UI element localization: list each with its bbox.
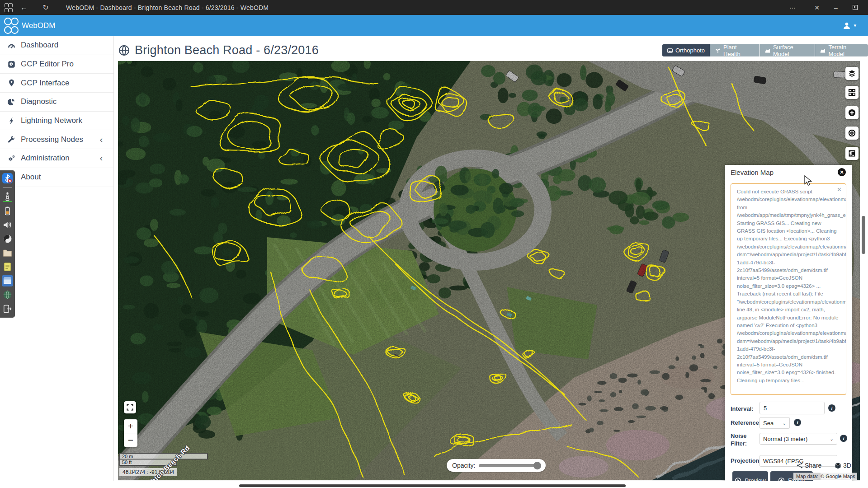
sidebar-item-label: About [21, 173, 41, 182]
reference-label: Reference: [731, 419, 758, 427]
zoom-in-button[interactable]: + [124, 419, 137, 433]
zoom-out-button[interactable]: − [124, 433, 137, 447]
ruler-icon [848, 150, 856, 157]
reference-select[interactable]: Sea⌄ [760, 417, 790, 429]
view-button-label: Surface Model [773, 44, 810, 57]
interval-input[interactable] [760, 402, 825, 414]
noise-filter-label: Noise Filter: [731, 432, 758, 447]
fullscreen-icon [126, 404, 134, 411]
sidebar-item-about[interactable]: About [0, 168, 113, 187]
contours-visibility-button[interactable] [845, 127, 859, 140]
view-button-orthophoto[interactable]: Orthophoto [662, 44, 710, 56]
os-dock [0, 170, 15, 318]
page-title: Brighton Beach Road - 6/23/2016 [135, 43, 319, 57]
sidebar-item-gcp-interface[interactable]: GCP Interface [0, 74, 113, 93]
grass-error-alert: ✕ Could not execute GRASS script /webodm… [731, 183, 846, 395]
interval-info-icon[interactable]: i [828, 404, 835, 412]
alert-dismiss-icon[interactable]: ✕ [837, 186, 842, 193]
battery-icon[interactable] [2, 205, 13, 216]
yin-yang-icon[interactable] [2, 233, 13, 244]
sidebar-item-label: Dashboard [21, 41, 58, 50]
add-overlay-button[interactable] [845, 106, 859, 119]
view-button-label: Terrain Model [828, 44, 863, 57]
brand-name: WebODM [22, 21, 55, 30]
mouse-cursor [804, 175, 814, 189]
minimize-icon[interactable]: – [826, 4, 845, 11]
sidebar-item-gcp-editor-pro[interactable]: GCP Editor Pro [0, 55, 113, 74]
measure-button[interactable] [845, 147, 859, 160]
maximize-icon[interactable] [845, 4, 864, 11]
noise-filter-info-icon[interactable]: i [840, 435, 847, 442]
panel-divider [725, 180, 852, 180]
reference-info-icon[interactable]: i [794, 419, 801, 426]
browser-menu-icon[interactable]: ⋯ [783, 4, 802, 11]
page-title-row: Brighton Beach Road - 6/23/2016 [118, 43, 319, 57]
opacity-control: Opacity: [447, 459, 546, 472]
globe-icon [118, 44, 130, 56]
zoom-control: + − [124, 419, 137, 447]
attribution-prefix: Map data: [795, 473, 821, 480]
seedling-icon [715, 48, 721, 53]
fullscreen-button[interactable] [124, 401, 136, 413]
reference-value: Sea [763, 420, 774, 427]
layers-icon [848, 70, 856, 77]
user-icon [842, 21, 851, 30]
plus-circle-icon [848, 109, 856, 117]
chevron-down-icon: ⌄ [827, 436, 834, 441]
disc-icon [8, 61, 16, 68]
opacity-slider[interactable] [479, 464, 540, 467]
panel-title: Elevation Map [731, 169, 774, 176]
sidebar-item-administration[interactable]: Administration‹ [0, 149, 113, 168]
threed-button[interactable]: 3D [835, 462, 851, 469]
sidebar-item-diagnostic[interactable]: Diagnostic [0, 93, 113, 112]
alert-text: Could not execute GRASS script /webodm/c… [737, 189, 846, 383]
volume-icon[interactable] [2, 219, 13, 230]
app-launcher-icon[interactable] [5, 3, 12, 12]
bluetooth-disabled-icon[interactable] [2, 173, 13, 184]
sidebar-item-lightning-network[interactable]: Lightning Network [0, 112, 113, 131]
horizontal-scrollbar[interactable] [239, 484, 626, 487]
view-button-plant-health[interactable]: Plant Health [710, 44, 760, 56]
caret-down-icon: ▾ [854, 23, 856, 28]
user-menu[interactable]: ▾ [842, 21, 856, 30]
sidebar-item-label: Processing Nodes [21, 135, 83, 144]
share-button[interactable]: Share [797, 462, 821, 469]
vertical-scrollbar[interactable] [862, 216, 865, 254]
view-button-label: Plant Health [723, 44, 755, 57]
pie-chart-icon [8, 98, 16, 106]
basemap-grid-button[interactable] [845, 86, 859, 99]
chevron-left-icon: ‹ [100, 156, 103, 160]
panel-close-button[interactable]: ✕ [838, 168, 846, 176]
grid-icon [848, 89, 856, 96]
map-attribution: Map data: © Google Maps [793, 473, 857, 480]
view-button-surface-model[interactable]: Surface Model [760, 44, 815, 56]
attribution-source[interactable]: © Google Maps [821, 474, 855, 479]
noise-filter-select[interactable]: Normal (3 meter)⌄ [760, 433, 837, 445]
sidebar-item-dashboard[interactable]: Dashboard [0, 36, 113, 55]
map-marker-icon [8, 79, 16, 87]
globe-icon[interactable] [2, 289, 13, 300]
radio-tower-icon[interactable] [2, 191, 13, 202]
gears-icon [8, 155, 16, 162]
image-icon [667, 48, 673, 53]
notes-icon[interactable] [2, 261, 13, 272]
view-button-terrain-model[interactable]: Terrain Model [815, 44, 868, 56]
sidebar-item-label: Diagnostic [21, 97, 57, 106]
sidebar-item-processing-nodes[interactable]: Processing Nodes‹ [0, 130, 113, 149]
opacity-slider-knob[interactable] [533, 462, 541, 469]
wrench-icon [8, 136, 16, 143]
logout-icon[interactable] [2, 303, 13, 314]
view-button-label: Orthophoto [675, 47, 705, 54]
file-manager-icon[interactable] [2, 247, 13, 258]
layers-button[interactable] [845, 67, 859, 80]
sidebar-item-label: Lightning Network [21, 116, 82, 125]
active-window-icon[interactable] [2, 275, 13, 286]
cube-3d-icon [835, 462, 841, 469]
close-icon[interactable]: ✕ [807, 4, 826, 11]
elevation-map-panel: Elevation Map ✕ ✕ Could not execute GRAS… [725, 165, 852, 488]
back-icon[interactable]: ← [16, 4, 32, 12]
refresh-icon[interactable]: ↻ [38, 3, 53, 12]
browser-title: WebODM - Dashboard - Brighton Beach Road… [66, 4, 269, 11]
projection-label: Projection: [731, 457, 758, 465]
dock-divider [3, 187, 12, 188]
